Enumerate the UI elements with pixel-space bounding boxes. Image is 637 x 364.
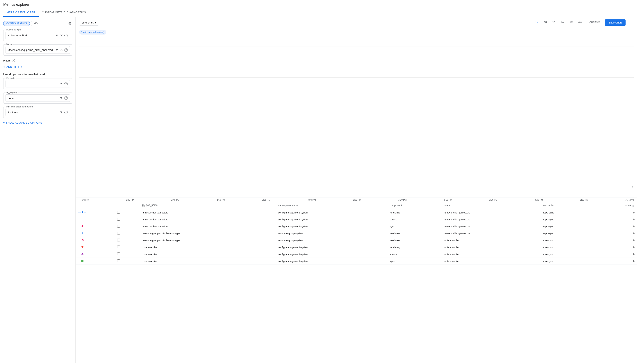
- add-filter-plus-icon: +: [3, 65, 5, 69]
- time-btn-1m[interactable]: 1M: [567, 20, 576, 25]
- time-label-9: 3:20 PM: [489, 198, 498, 201]
- row-legend-3: +: [76, 230, 115, 237]
- time-btn-1d[interactable]: 1D: [550, 20, 558, 25]
- more-options-button[interactable]: ⋮: [628, 19, 634, 26]
- table-row: + resource-group-controller-manager reso…: [76, 230, 637, 237]
- svg-rect-12: [82, 219, 83, 220]
- time-range-buttons: 1H 6H 1D 1W 1M 6W: [533, 20, 584, 25]
- resource-type-clear-icon[interactable]: ✕: [60, 34, 63, 38]
- row-pod-name-4: resource-group-controller-manager: [139, 237, 276, 244]
- time-btn-6w[interactable]: 6W: [576, 20, 584, 25]
- metric-dropdown-icon[interactable]: ▼: [55, 48, 59, 52]
- time-label-0: UTC-8: [82, 198, 89, 201]
- chart-toolbar: Line chart ▾ 1H 6H 1D 1W 1M 6W CUSTOM Sa…: [76, 17, 637, 28]
- svg-rect-5: [144, 204, 145, 205]
- tab-mql[interactable]: MQL: [31, 21, 42, 26]
- view-data-label: How do you want to view that data?: [3, 73, 72, 76]
- interval-badge-text: 1 min interval (mean): [79, 30, 106, 34]
- row-reconciler-0: repo-sync: [541, 209, 590, 216]
- row-name-3: ns-reconciler-gamestore: [441, 230, 541, 237]
- row-checkbox-input-2[interactable]: [117, 225, 120, 228]
- custom-time-button[interactable]: CUSTOM: [587, 20, 602, 25]
- group-by-select[interactable]: ▼ ?: [6, 80, 70, 88]
- row-reconciler-6: root-sync: [541, 251, 590, 258]
- y-zero-label: 0: [632, 186, 633, 188]
- alignment-period-help-icon[interactable]: ?: [64, 111, 68, 114]
- tab-configuration[interactable]: CONFIGURATION: [3, 21, 30, 26]
- resource-type-dropdown-icon[interactable]: ▼: [55, 34, 59, 38]
- row-namespace-2: config-management-system: [276, 223, 387, 230]
- row-checkbox-6[interactable]: [115, 251, 139, 258]
- metric-label: Metric: [6, 43, 13, 45]
- row-checkbox-3[interactable]: [115, 230, 139, 237]
- right-panel: Line chart ▾ 1H 6H 1D 1W 1M 6W CUSTOM Sa…: [76, 17, 637, 363]
- row-legend-6: [76, 251, 115, 258]
- group-by-field: Group by ▼ ?: [3, 78, 72, 89]
- chart-area: 1 min interval (mean) 1 0 UTC-8: [76, 28, 637, 363]
- row-legend-1: [76, 216, 115, 223]
- row-checkbox-input-3[interactable]: [117, 232, 120, 234]
- tab-metrics-explorer[interactable]: METRICS EXPLORER: [3, 8, 39, 17]
- interval-badge: 1 min interval (mean): [76, 28, 637, 36]
- row-checkbox-input-0[interactable]: [117, 211, 120, 214]
- metric-clear-icon[interactable]: ✕: [60, 48, 63, 52]
- filters-row: Filters ?: [3, 59, 72, 62]
- row-value-0: 0: [590, 209, 637, 216]
- row-checkbox-input-7[interactable]: [117, 260, 120, 262]
- row-checkbox-input-4[interactable]: [117, 238, 120, 242]
- row-checkbox-7[interactable]: [115, 258, 139, 265]
- resource-type-label: Resource type: [6, 28, 22, 31]
- col-pod-name[interactable]: pod_name: [139, 202, 276, 209]
- time-label-6: 3:05 PM: [353, 198, 361, 201]
- show-advanced-button[interactable]: ▾ SHOW ADVANCED OPTIONS: [3, 121, 42, 124]
- row-checkbox-1[interactable]: [115, 216, 139, 223]
- time-btn-1w[interactable]: 1W: [558, 20, 567, 25]
- tab-custom-metric-diagnostics[interactable]: CUSTOM METRIC DIAGNOSTICS: [39, 8, 89, 17]
- svg-rect-4: [142, 204, 143, 205]
- svg-point-9: [82, 212, 83, 213]
- settings-button[interactable]: ⚙: [67, 20, 72, 26]
- row-namespace-3: resource-group-system: [276, 230, 387, 237]
- aggregator-select[interactable]: none ▼ ?: [6, 94, 70, 102]
- chart-type-selector[interactable]: Line chart ▾: [79, 20, 99, 26]
- time-label-7: 3:10 PM: [398, 198, 407, 201]
- app-title: Metrics explorer: [0, 0, 637, 8]
- row-checkbox-input-5[interactable]: [117, 246, 120, 248]
- group-by-dropdown-icon[interactable]: ▼: [60, 82, 63, 86]
- row-checkbox-input-6[interactable]: [117, 252, 120, 255]
- save-chart-button[interactable]: Save Chart: [605, 20, 625, 26]
- alignment-period-label: Minimum alignment period: [6, 106, 34, 108]
- aggregator-help-icon[interactable]: ?: [64, 96, 68, 100]
- row-pod-name-7: root-reconciler: [139, 258, 276, 265]
- resource-type-help-icon[interactable]: ?: [64, 34, 68, 37]
- aggregator-dropdown-icon[interactable]: ▼: [60, 96, 63, 100]
- table-row: ns-reconciler-gamestore config-managemen…: [76, 216, 637, 223]
- resource-type-select[interactable]: Kubernetes Pod ▼ ✕ ?: [6, 32, 70, 39]
- metric-help-icon[interactable]: ?: [64, 48, 68, 52]
- row-checkbox-4[interactable]: [115, 237, 139, 244]
- metric-select[interactable]: OpenCensus/pipeline_error_observed ▼ ✕ ?: [6, 46, 70, 54]
- alignment-period-select[interactable]: 1 minute ▼ ?: [6, 109, 70, 116]
- aggregator-field: Aggregator none ▼ ?: [3, 92, 72, 104]
- row-checkbox-input-1[interactable]: [117, 218, 120, 220]
- col-name: name: [441, 202, 541, 209]
- row-component-7: sync: [387, 258, 441, 265]
- time-label-11: 3:30 PM: [580, 198, 588, 201]
- row-checkbox-2[interactable]: [115, 223, 139, 230]
- add-filter-button[interactable]: + ADD FILTER: [3, 64, 22, 70]
- col-namespace-name: namespace_name: [276, 202, 387, 209]
- time-btn-6h[interactable]: 6H: [541, 20, 549, 25]
- row-component-1: source: [387, 216, 441, 223]
- row-reconciler-5: root-sync: [541, 244, 590, 251]
- row-checkbox-0[interactable]: [115, 209, 139, 216]
- row-checkbox-5[interactable]: [115, 244, 139, 251]
- filters-label: Filters: [3, 59, 11, 62]
- filters-help-icon[interactable]: ?: [12, 59, 15, 62]
- show-advanced-label: SHOW ADVANCED OPTIONS: [6, 121, 42, 124]
- time-btn-1h[interactable]: 1H: [533, 20, 541, 25]
- table-body: ns-reconciler-gamestore config-managemen…: [76, 209, 637, 265]
- svg-rect-7: [144, 205, 145, 206]
- group-by-help-icon[interactable]: ?: [64, 82, 68, 86]
- chart-type-dropdown-icon: ▾: [95, 21, 96, 24]
- alignment-period-dropdown-icon[interactable]: ▼: [60, 110, 63, 114]
